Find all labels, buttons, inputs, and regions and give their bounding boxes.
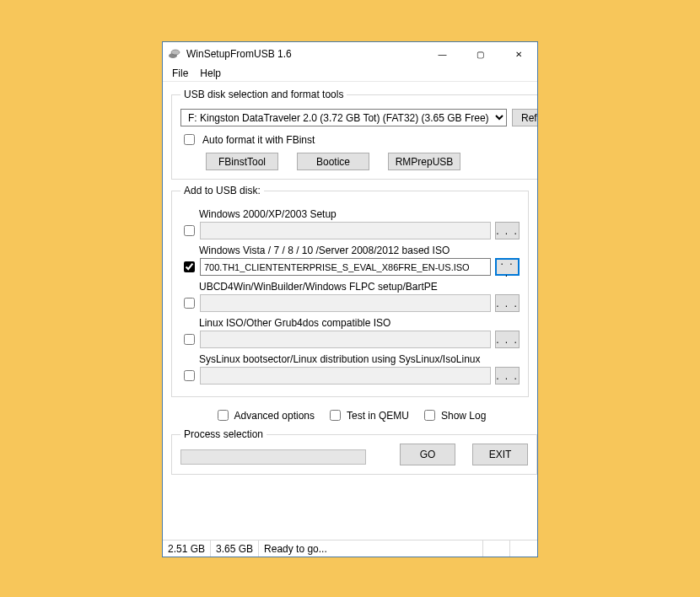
row-winvista-browse[interactable]: . . .	[495, 258, 520, 276]
go-button[interactable]: GO	[400, 444, 455, 465]
row-syslinux: SysLinux bootsector/Linux distribution u…	[180, 353, 520, 385]
row-linux-label: Linux ISO/Other Grub4dos compatible ISO	[180, 317, 520, 329]
refresh-button[interactable]: Refresh	[512, 109, 537, 126]
row-linux-checkbox[interactable]	[184, 334, 195, 345]
maximize-button[interactable]: ▢	[461, 42, 499, 66]
menu-help[interactable]: Help	[194, 67, 227, 80]
row-ubcd-checkbox[interactable]	[184, 298, 195, 309]
disk-group: USB disk selection and format tools F: K…	[171, 89, 537, 180]
row-syslinux-checkbox[interactable]	[184, 370, 195, 381]
fbinst-button[interactable]: FBinstTool	[206, 153, 278, 170]
showlog-checkbox[interactable]	[424, 410, 435, 421]
options-row: Advanced options Test in QEMU Show Log	[171, 407, 529, 423]
add-group: Add to USB disk: Windows 2000/XP/2003 Se…	[171, 185, 529, 397]
row-winvista: Windows Vista / 7 / 8 / 10 /Server 2008/…	[180, 245, 520, 276]
bootice-button[interactable]: Bootice	[297, 153, 369, 170]
process-group-legend: Process selection	[180, 428, 267, 440]
app-window: WinSetupFromUSB 1.6 — ▢ ✕ File Help USB …	[162, 41, 538, 557]
app-icon	[168, 47, 181, 61]
qemu-checkbox[interactable]	[330, 410, 341, 421]
row-ubcd-path[interactable]	[200, 294, 491, 312]
autoformat-checkbox[interactable]	[184, 134, 195, 145]
showlog-label: Show Log	[441, 410, 486, 422]
titlebar: WinSetupFromUSB 1.6 — ▢ ✕	[163, 42, 537, 66]
row-syslinux-label: SysLinux bootsector/Linux distribution u…	[180, 353, 520, 365]
row-win2k-checkbox[interactable]	[184, 225, 195, 236]
disk-select[interactable]: F: Kingston DataTraveler 2.0 (3.72 GB To…	[180, 109, 507, 126]
row-linux-browse[interactable]: . . .	[495, 331, 520, 348]
row-linux-path[interactable]	[200, 331, 491, 348]
row-ubcd-label: UBCD4Win/WinBuilder/Windows FLPC setup/B…	[180, 281, 520, 293]
row-syslinux-path[interactable]	[200, 367, 491, 385]
menubar: File Help	[163, 66, 537, 82]
row-winvista-label: Windows Vista / 7 / 8 / 10 /Server 2008/…	[180, 245, 520, 256]
statusbar: 2.51 GB 3.65 GB Ready to go...	[163, 540, 537, 557]
row-win2k-browse[interactable]: . . .	[495, 222, 520, 239]
minimize-button[interactable]: —	[423, 42, 461, 66]
progress-bar	[180, 449, 366, 465]
status-message: Ready to go...	[259, 541, 483, 557]
window-title: WinSetupFromUSB 1.6	[186, 48, 423, 60]
status-pane-2	[510, 541, 537, 557]
row-winvista-checkbox[interactable]	[184, 261, 195, 272]
row-win2k-label: Windows 2000/XP/2003 Setup	[180, 208, 520, 220]
close-button[interactable]: ✕	[499, 42, 537, 66]
row-winvista-path[interactable]	[200, 258, 491, 276]
row-ubcd: UBCD4Win/WinBuilder/Windows FLPC setup/B…	[180, 281, 520, 312]
client-area: USB disk selection and format tools F: K…	[163, 82, 537, 540]
autoformat-label: Auto format it with FBinst	[202, 134, 315, 146]
status-total: 3.65 GB	[211, 541, 259, 557]
row-ubcd-browse[interactable]: . . .	[495, 294, 520, 312]
status-used: 2.51 GB	[163, 541, 211, 557]
row-win2k: Windows 2000/XP/2003 Setup . . .	[180, 208, 520, 239]
svg-point-1	[171, 50, 180, 55]
exit-button[interactable]: EXIT	[472, 444, 528, 465]
qemu-label: Test in QEMU	[347, 410, 409, 422]
row-linux: Linux ISO/Other Grub4dos compatible ISO …	[180, 317, 520, 348]
rmprepusb-button[interactable]: RMPrepUSB	[388, 153, 460, 170]
status-pane-1	[483, 541, 510, 557]
process-group: Process selection GO EXIT	[171, 428, 537, 475]
disk-group-legend: USB disk selection and format tools	[180, 89, 347, 100]
row-win2k-path[interactable]	[200, 222, 491, 239]
add-group-legend: Add to USB disk:	[180, 185, 264, 196]
menu-file[interactable]: File	[166, 67, 194, 80]
advanced-label: Advanced options	[234, 410, 315, 422]
row-syslinux-browse[interactable]: . . .	[495, 367, 520, 385]
advanced-checkbox[interactable]	[218, 410, 229, 421]
